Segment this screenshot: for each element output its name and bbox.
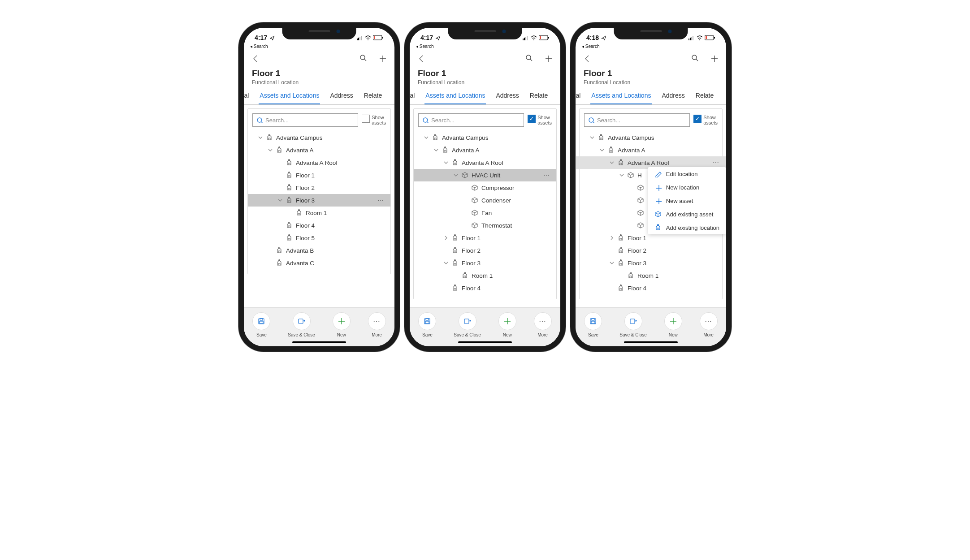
save-close-button[interactable]: Save & Close	[619, 312, 647, 337]
tree-node[interactable]: Floor 2	[414, 244, 556, 257]
menu-new-location[interactable]: New location	[648, 181, 726, 194]
row-more-button[interactable]: ⋯	[377, 197, 387, 204]
tree-node-selected[interactable]: HVAC Unit⋯	[414, 169, 556, 181]
search-button[interactable]	[691, 54, 699, 63]
tree-node[interactable]: Advanta Campus	[248, 131, 390, 144]
search-input[interactable]: Search...	[418, 113, 524, 127]
tree-node[interactable]: Advanta A Roof	[248, 156, 390, 169]
search-icon	[588, 117, 594, 123]
status-time: 4:17	[255, 34, 267, 41]
more-button[interactable]: ⋯More	[534, 312, 552, 337]
tab-general[interactable]: eral	[576, 88, 581, 104]
tree-node[interactable]: Advanta Campus	[580, 131, 722, 144]
tab-address[interactable]: Address	[495, 88, 520, 104]
tree-node[interactable]: Floor 4	[580, 282, 722, 294]
menu-edit-location[interactable]: Edit location	[648, 167, 726, 181]
tree-node[interactable]: Floor 3	[580, 257, 722, 269]
save-close-button[interactable]: Save & Close	[454, 312, 481, 337]
tab-related[interactable]: Relate	[363, 88, 383, 104]
page-title: Floor 1	[252, 69, 386, 78]
location-tree: Advanta Campus Advanta A Advanta A Roof …	[248, 129, 390, 274]
tree-node[interactable]: Advanta B	[248, 244, 390, 257]
add-button[interactable]	[544, 54, 553, 63]
page-header: Floor 1 Functional Location	[576, 68, 726, 88]
back-button[interactable]	[583, 54, 592, 64]
tree-node[interactable]: Fan	[414, 207, 556, 219]
location-arrow-icon	[269, 35, 274, 40]
tab-assets-locations[interactable]: Assets and Locations	[259, 88, 320, 104]
back-button[interactable]	[251, 54, 260, 64]
menu-new-asset[interactable]: New asset	[648, 194, 726, 207]
tree-node[interactable]: Floor 2	[580, 244, 722, 257]
tab-general[interactable]: eral	[244, 88, 250, 104]
row-more-button[interactable]: ⋯	[713, 159, 722, 166]
search-icon	[422, 117, 429, 123]
tree-node[interactable]: Floor 1	[248, 169, 390, 181]
new-button[interactable]: New	[333, 312, 351, 337]
tab-address[interactable]: Address	[661, 88, 685, 104]
battery-icon	[373, 34, 384, 41]
new-button[interactable]: New	[664, 312, 682, 337]
tree-node[interactable]: Room 1	[580, 269, 722, 282]
show-assets-label: Show	[537, 115, 552, 120]
page-header: Floor 1 Functional Location	[410, 68, 560, 88]
tab-related[interactable]: Relate	[529, 88, 549, 104]
tree-node[interactable]: Condenser	[414, 194, 556, 207]
save-close-button[interactable]: Save & Close	[288, 312, 315, 337]
tree-node[interactable]: Floor 5	[248, 232, 390, 244]
tree-node[interactable]: Room 1	[248, 207, 390, 219]
tree-node[interactable]: Floor 3	[414, 257, 556, 269]
tree-node[interactable]: Advanta C	[248, 257, 390, 269]
show-assets-checkbox[interactable]: ✓	[528, 115, 536, 123]
home-indicator[interactable]	[292, 341, 346, 343]
battery-icon	[539, 34, 550, 41]
tree-node[interactable]: Floor 1	[414, 232, 556, 244]
context-menu: Edit location New location New asset Add…	[648, 167, 726, 234]
save-button[interactable]: Save	[252, 312, 270, 337]
tab-assets-locations[interactable]: Assets and Locations	[424, 88, 486, 104]
tree-node[interactable]: Compressor	[414, 181, 556, 194]
home-indicator[interactable]	[624, 341, 678, 343]
tab-general[interactable]: eral	[410, 88, 416, 104]
tab-related[interactable]: Relate	[695, 88, 715, 104]
add-button[interactable]	[710, 54, 719, 63]
row-more-button[interactable]: ⋯	[543, 172, 553, 179]
tree-node[interactable]: Thermostat	[414, 219, 556, 232]
back-to-search[interactable]: ◂ Search	[244, 44, 394, 50]
page-header: Floor 1 Functional Location	[244, 68, 394, 88]
add-button[interactable]	[378, 54, 387, 63]
show-assets-checkbox[interactable]: ✓	[693, 115, 702, 123]
tree-node[interactable]: Advanta A Roof	[414, 156, 556, 169]
status-time: 4:18	[586, 34, 599, 41]
tree-node[interactable]: Advanta A	[248, 144, 390, 156]
menu-add-existing-location[interactable]: Add existing location	[648, 221, 726, 234]
save-button[interactable]: Save	[584, 312, 602, 337]
new-button[interactable]: New	[498, 312, 516, 337]
tree-node[interactable]: Floor 2	[248, 181, 390, 194]
tab-address[interactable]: Address	[329, 88, 354, 104]
location-tree: Advanta Campus Advanta A Advanta A Roof⋯…	[580, 129, 722, 299]
tab-assets-locations[interactable]: Assets and Locations	[590, 88, 652, 104]
more-button[interactable]: ⋯More	[700, 312, 718, 337]
save-button[interactable]: Save	[418, 312, 436, 337]
show-assets-checkbox[interactable]	[362, 115, 370, 123]
back-to-search[interactable]: ◂ Search	[410, 44, 560, 50]
tree-node[interactable]: Advanta Campus	[414, 131, 556, 144]
tabs: eral Assets and Locations Address Relate	[244, 88, 394, 105]
tree-node-selected[interactable]: Floor 3⋯	[248, 194, 390, 207]
tree-node[interactable]: Advanta A	[580, 144, 722, 156]
tree-node[interactable]: Advanta A	[414, 144, 556, 156]
more-button[interactable]: ⋯More	[368, 312, 386, 337]
back-to-search[interactable]: ◂ Search	[576, 44, 726, 50]
tree-node[interactable]: Floor 4	[248, 219, 390, 232]
tree-node[interactable]: Floor 4	[414, 282, 556, 294]
search-input[interactable]: Search...	[252, 113, 358, 127]
menu-add-existing-asset[interactable]: Add existing asset	[648, 207, 726, 221]
search-button[interactable]	[359, 54, 368, 63]
back-button[interactable]	[417, 54, 426, 64]
signal-icon	[357, 35, 363, 40]
search-input[interactable]: Search...	[584, 113, 690, 127]
home-indicator[interactable]	[458, 341, 512, 343]
search-button[interactable]	[525, 54, 533, 63]
tree-node[interactable]: Room 1	[414, 269, 556, 282]
